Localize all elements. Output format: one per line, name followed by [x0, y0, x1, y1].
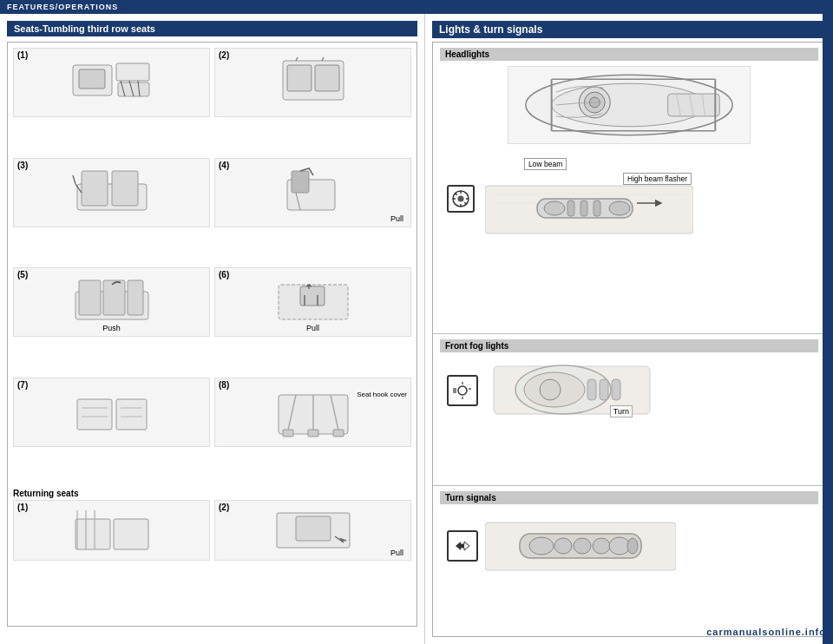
seat-step-8: (8) Seat hook cover	[214, 378, 411, 447]
fog-lights-subsection: Front fog lights	[433, 334, 825, 486]
header-label: FEATURES/OPERATIONS	[7, 3, 118, 11]
right-accent-bar	[823, 14, 833, 644]
svg-rect-74	[580, 200, 587, 216]
svg-rect-21	[128, 280, 143, 315]
return-step-2: (2) Pull	[214, 500, 411, 561]
return-1-illustration	[69, 506, 155, 554]
step-4-label: (4)	[219, 161, 229, 170]
step-6-label: (6)	[219, 270, 229, 279]
svg-rect-13	[82, 171, 108, 206]
seat-step-5: (5) Push	[13, 267, 210, 337]
returning-seats-label: Returning seats	[13, 489, 411, 498]
turn-signals-subsection: Turn signals	[433, 486, 825, 637]
headlights-subsection: Headlights	[433, 43, 825, 334]
fog-row: Turn	[440, 358, 818, 423]
svg-point-94	[574, 538, 591, 554]
step-1-label: (1)	[17, 50, 28, 60]
step-2-label: (2)	[219, 50, 229, 60]
svg-rect-75	[594, 200, 600, 216]
turn-switch-icon	[452, 536, 473, 556]
svg-rect-39	[75, 519, 110, 549]
seat-step-4: (4) Pull	[214, 158, 411, 227]
svg-rect-36	[283, 430, 293, 437]
step-6-illustration	[270, 276, 357, 328]
step-8-label: (8)	[219, 380, 229, 390]
svg-rect-45	[296, 516, 331, 541]
step-3-label: (3)	[17, 161, 28, 170]
fog-turn-label: Turn	[610, 405, 633, 417]
step-8-sublabel: Seat hook cover	[357, 391, 407, 398]
svg-rect-51	[668, 94, 720, 116]
stalk-svg	[485, 151, 693, 246]
svg-rect-19	[79, 280, 101, 315]
svg-rect-38	[333, 430, 344, 437]
svg-rect-1	[79, 69, 105, 89]
right-panel: Lights & turn signals Headlights	[425, 14, 833, 644]
svg-point-96	[609, 537, 630, 555]
step-8-illustration	[270, 386, 357, 438]
fog-diagram: Turn	[485, 358, 659, 423]
svg-rect-73	[567, 200, 574, 216]
turn-signals-title: Turn signals	[440, 491, 818, 504]
svg-point-71	[544, 201, 565, 215]
high-beam-flasher-label: High beam flasher	[623, 173, 692, 185]
svg-point-86	[540, 379, 561, 400]
svg-rect-8	[287, 65, 312, 91]
step-6-sublabel: Pull	[306, 324, 319, 332]
seat-step-3: (3)	[13, 158, 210, 227]
headlight-svg	[508, 66, 750, 144]
svg-point-95	[593, 538, 610, 554]
turn-icon-badge	[447, 530, 478, 562]
lights-content: Headlights	[432, 42, 826, 637]
svg-rect-14	[112, 171, 138, 206]
step-7-label: (7)	[17, 380, 28, 390]
svg-point-93	[554, 538, 572, 554]
svg-line-10	[296, 57, 298, 61]
return-step-1: (1)	[13, 500, 210, 561]
svg-rect-9	[315, 65, 339, 91]
svg-line-11	[322, 57, 324, 61]
seat-step-1: (1)	[13, 48, 210, 117]
svg-rect-87	[587, 379, 596, 400]
low-beam-label: Low beam	[524, 158, 567, 170]
step-4-sublabel: Pull	[390, 214, 403, 223]
seat-step-2: (2)	[214, 48, 411, 117]
step-5-label: (5)	[17, 270, 28, 279]
turn-diagram	[485, 509, 676, 583]
svg-point-72	[609, 201, 630, 215]
svg-rect-88	[600, 379, 608, 400]
svg-rect-89	[612, 379, 620, 400]
fog-icon-badge	[447, 375, 478, 406]
seats-section-title: Seats-Tumbling third row seats	[7, 21, 417, 36]
svg-point-76	[458, 386, 467, 395]
svg-rect-16	[292, 171, 309, 193]
svg-rect-37	[308, 430, 318, 437]
headlight-top-diagram	[508, 66, 751, 144]
headlight-icon-badge	[447, 185, 475, 213]
headlights-title: Headlights	[440, 48, 818, 61]
left-panel: Seats-Tumbling third row seats (1)	[0, 14, 425, 644]
svg-rect-23	[300, 286, 325, 306]
svg-point-66	[458, 196, 464, 202]
svg-line-65	[464, 202, 466, 204]
fog-switch-icon	[452, 380, 473, 401]
step-5-sublabel: Push	[102, 324, 121, 332]
headlight-switch-icon	[451, 189, 470, 208]
page-header: FEATURES/OPERATIONS	[0, 0, 833, 14]
seat-step-7: (7)	[13, 378, 210, 447]
svg-rect-40	[114, 519, 148, 549]
step-4-illustration	[270, 167, 357, 219]
step-5-illustration	[69, 276, 155, 328]
return-2-label: (2)	[219, 503, 229, 512]
returning-seats-section: Returning seats (1)	[13, 489, 411, 561]
step-1-illustration	[69, 56, 155, 108]
svg-line-64	[456, 194, 457, 195]
svg-rect-27	[116, 399, 147, 430]
turn-row	[440, 509, 818, 583]
svg-rect-2	[116, 63, 149, 81]
fog-lights-title: Front fog lights	[440, 339, 818, 352]
watermark: carmanualsonline.info	[706, 627, 826, 637]
lights-section-title: Lights & turn signals	[432, 21, 826, 38]
svg-rect-26	[77, 399, 112, 430]
step-3-illustration	[69, 167, 155, 219]
